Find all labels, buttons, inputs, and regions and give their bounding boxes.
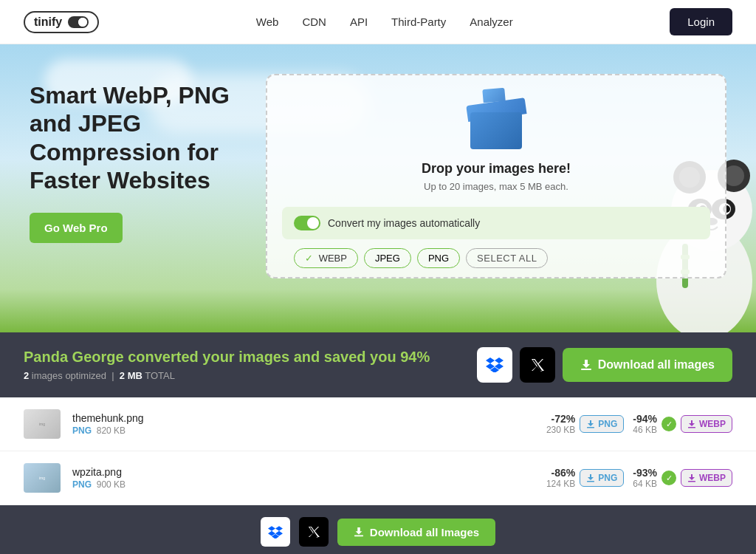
logo[interactable]: tinify xyxy=(24,11,99,33)
total-label: TOTAL xyxy=(145,370,175,381)
file-size: 820 KB xyxy=(94,425,126,436)
logo-text: tinify xyxy=(34,16,62,29)
download-all-label: Download all images xyxy=(598,358,715,372)
svg-rect-16 xyxy=(581,369,591,370)
download-webp-button[interactable]: WEBP xyxy=(681,415,732,433)
svg-rect-21 xyxy=(354,535,363,536)
bottom-download-button[interactable]: Download all Images xyxy=(337,519,495,546)
box-icon xyxy=(467,98,526,149)
bottom-dropbox-icon xyxy=(268,526,283,538)
download-icon xyxy=(580,359,592,371)
png-stat-group-2: -86% 124 KB PNG xyxy=(546,467,624,489)
file-stats: -72% 230 KB PNG -94% 46 KB ✓ WEBP xyxy=(546,413,732,435)
webp-check-icon: ✓ xyxy=(305,253,313,264)
convert-bar: Convert my images automatically xyxy=(282,207,710,239)
thumb-text: img xyxy=(39,422,45,426)
box-body xyxy=(470,112,522,149)
png-tag-label: PNG xyxy=(598,419,617,429)
x-twitter-icon xyxy=(531,358,544,372)
format-webp-button[interactable]: ✓ WEBP xyxy=(294,248,358,268)
file-info: themehunk.png PNG 820 KB xyxy=(72,412,535,436)
dropbox-button[interactable] xyxy=(477,347,512,383)
hero-title: Smart WebP, PNG and JPEG Compression for… xyxy=(30,81,236,195)
thumb-inner: img xyxy=(24,409,61,439)
file-thumbnail: img xyxy=(24,463,61,493)
results-bar: Panda George converted your images and s… xyxy=(0,332,756,397)
file-thumbnail: img xyxy=(24,409,61,439)
svg-rect-18 xyxy=(688,427,695,428)
header: tinify Web CDN API Third-Party Analyzer … xyxy=(0,0,756,44)
bottom-twitter-button[interactable] xyxy=(299,517,329,547)
webp-stat-2: -93% 64 KB xyxy=(633,467,657,489)
thumb-text-2: img xyxy=(39,476,45,480)
hero-section: Smart WebP, PNG and JPEG Compression for… xyxy=(0,44,756,332)
bottom-bar: Download all Images xyxy=(0,505,756,554)
webp-check-badge-2: ✓ xyxy=(662,471,676,485)
total-size: 2 MB xyxy=(120,370,142,381)
nav-analyzer[interactable]: Analyzer xyxy=(470,16,512,28)
file-size-2: 900 KB xyxy=(94,479,126,490)
results-stats: 2 images optimized | 2 MB TOTAL xyxy=(24,370,430,381)
download-all-button[interactable]: Download all images xyxy=(563,348,732,382)
go-web-pro-button[interactable]: Go Web Pro xyxy=(30,213,123,243)
download-webp-button-2[interactable]: WEBP xyxy=(681,469,732,487)
file-meta-2: PNG 900 KB xyxy=(72,479,535,490)
toggle-knob xyxy=(307,217,319,229)
bottom-download-icon xyxy=(354,527,364,537)
file-list: img themehunk.png PNG 820 KB -72% 230 KB… xyxy=(0,397,756,505)
file-info-2: wpzita.png PNG 900 KB xyxy=(72,466,535,490)
svg-rect-20 xyxy=(688,481,695,482)
webp-download-icon-2 xyxy=(687,473,696,482)
webp-label: WEBP xyxy=(319,253,347,264)
webp-stat: -94% 46 KB xyxy=(633,413,657,435)
drop-title: Drop your images here! xyxy=(282,161,710,177)
file-name-2: wpzita.png xyxy=(72,466,535,478)
download-png-button[interactable]: PNG xyxy=(580,415,624,433)
logo-toggle-icon xyxy=(68,16,89,28)
jpeg-label: JPEG xyxy=(375,253,400,264)
drop-subtitle: Up to 20 images, max 5 MB each. xyxy=(282,181,710,192)
file-meta: PNG 820 KB xyxy=(72,425,535,436)
bottom-dropbox-button[interactable] xyxy=(261,517,290,547)
nav-third-party[interactable]: Third-Party xyxy=(391,16,446,28)
login-button[interactable]: Login xyxy=(670,8,732,35)
svg-rect-19 xyxy=(587,481,594,482)
png-download-icon-2 xyxy=(586,473,595,482)
png-download-icon xyxy=(586,420,595,428)
webp-tag-label: WEBP xyxy=(699,419,726,429)
file-stats-2: -86% 124 KB PNG -93% 64 KB ✓ WEBP xyxy=(546,467,732,489)
png-tag-label-2: PNG xyxy=(598,473,617,483)
auto-convert-toggle[interactable] xyxy=(294,216,320,230)
dropbox-icon xyxy=(486,358,504,372)
results-actions: Download all images xyxy=(477,347,732,383)
webp-stat-group: -94% 46 KB ✓ WEBP xyxy=(633,413,732,435)
results-info: Panda George converted your images and s… xyxy=(24,349,430,381)
hero-content: Smart WebP, PNG and JPEG Compression for… xyxy=(0,44,756,278)
thumb-inner-2: img xyxy=(24,463,61,493)
format-png-button[interactable]: PNG xyxy=(417,248,460,268)
twitter-button[interactable] xyxy=(520,347,555,383)
file-name: themehunk.png xyxy=(72,412,535,424)
png-pct-2: -86% 124 KB xyxy=(546,467,575,489)
main-nav: Web CDN API Third-Party Analyzer xyxy=(256,16,513,28)
drop-zone[interactable]: Drop your images here! Up to 20 images, … xyxy=(266,74,726,278)
nav-api[interactable]: API xyxy=(350,16,368,28)
file-type: PNG xyxy=(72,425,92,436)
nav-web[interactable]: Web xyxy=(256,16,279,28)
select-all-button[interactable]: SELECT ALL xyxy=(466,248,548,268)
webp-stat-group-2: -93% 64 KB ✓ WEBP xyxy=(633,467,732,489)
hero-text-block: Smart WebP, PNG and JPEG Compression for… xyxy=(30,74,236,243)
format-bar: ✓ WEBP JPEG PNG SELECT ALL xyxy=(282,239,710,277)
bottom-download-label: Download all Images xyxy=(370,526,479,538)
svg-rect-17 xyxy=(587,427,594,428)
format-jpeg-button[interactable]: JPEG xyxy=(364,248,411,268)
table-row: img wpzita.png PNG 900 KB -86% 124 KB PN… xyxy=(0,451,756,505)
png-label: PNG xyxy=(428,253,449,264)
bottom-x-icon xyxy=(308,526,320,538)
download-png-button-2[interactable]: PNG xyxy=(580,469,624,487)
table-row: img themehunk.png PNG 820 KB -72% 230 KB… xyxy=(0,397,756,451)
images-count: 2 xyxy=(24,370,29,381)
nav-cdn[interactable]: CDN xyxy=(302,16,326,28)
results-headline: Panda George converted your images and s… xyxy=(24,349,430,366)
webp-check-badge: ✓ xyxy=(662,417,676,431)
